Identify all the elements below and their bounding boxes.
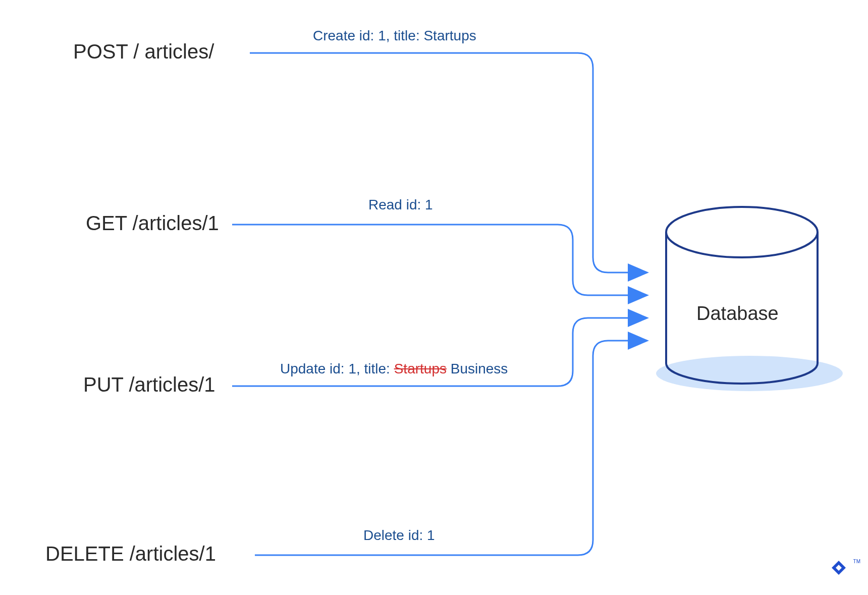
delete-method-label: DELETE /articles/1	[45, 543, 216, 565]
database-cylinder	[666, 207, 818, 384]
put-action-strike: Startups	[394, 361, 447, 376]
database-shadow	[656, 356, 843, 391]
put-action-suffix: Business	[447, 361, 508, 376]
post-method-label: POST / articles/	[73, 40, 214, 63]
flow-lines-svg	[0, 0, 868, 595]
get-method-label: GET /articles/1	[86, 212, 219, 235]
delete-action-label: Delete id: 1	[363, 527, 435, 544]
crud-diagram: POST / articles/ GET /articles/1 PUT /ar…	[0, 0, 868, 595]
post-action-label: Create id: 1, title: Startups	[313, 28, 476, 44]
svg-point-1	[666, 207, 818, 257]
tm-text: TM	[853, 559, 860, 564]
logo-icon: TM	[827, 559, 860, 585]
get-action-label: Read id: 1	[368, 197, 433, 213]
get-arrow-line	[232, 225, 646, 295]
database-label: Database	[696, 303, 779, 324]
post-arrow-line	[250, 53, 646, 273]
put-method-label: PUT /articles/1	[83, 373, 215, 396]
put-action-label: Update id: 1, title: Startups Business	[280, 361, 508, 377]
put-action-prefix: Update id: 1, title:	[280, 361, 394, 376]
